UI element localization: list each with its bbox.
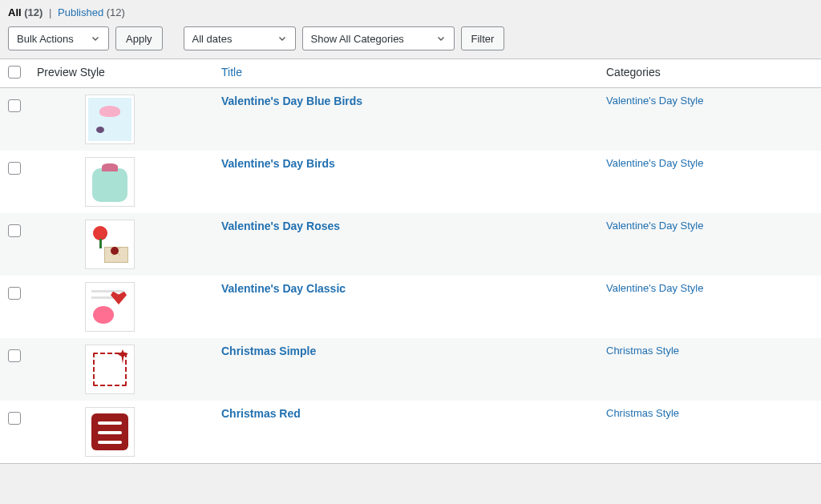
chevron-down-icon (435, 32, 447, 45)
row-category-link[interactable]: Valentine's Day Style (606, 157, 703, 169)
row-checkbox[interactable] (8, 287, 21, 300)
table-row: Valentine's Day Blue BirdsValentine's Da… (0, 88, 821, 151)
apply-button[interactable]: Apply (115, 26, 163, 50)
chevron-down-icon (276, 32, 289, 45)
table-toolbar: Bulk Actions Apply All dates Show All Ca… (0, 22, 821, 58)
row-title-link[interactable]: Valentine's Day Classic (221, 282, 346, 295)
filter-published[interactable]: Published (12) (58, 6, 125, 18)
table-row: Valentine's Day RosesValentine's Day Sty… (0, 213, 821, 276)
bulk-actions-label: Bulk Actions (17, 33, 74, 45)
bulk-actions-select[interactable]: Bulk Actions (8, 26, 109, 50)
column-header-preview: Preview Style (29, 59, 213, 88)
preview-thumbnail[interactable] (85, 282, 135, 332)
preview-thumbnail[interactable] (85, 345, 135, 394)
row-title-link[interactable]: Valentine's Day Birds (221, 157, 335, 170)
table-row: Valentine's Day BirdsValentine's Day Sty… (0, 151, 821, 213)
row-category-link[interactable]: Christmas Style (606, 345, 679, 357)
filter-button-label: Filter (471, 33, 495, 45)
row-category-link[interactable]: Christmas Style (606, 407, 679, 419)
category-filter-label: Show All Categories (311, 33, 404, 45)
column-header-categories: Categories (598, 59, 821, 88)
table-row: Christmas RedChristmas Style (0, 401, 821, 464)
filter-all-count: (12) (24, 6, 42, 18)
row-checkbox[interactable] (8, 412, 21, 425)
apply-button-label: Apply (126, 33, 152, 45)
filter-all[interactable]: All (12) (8, 6, 46, 18)
select-all-checkbox[interactable] (8, 66, 21, 79)
date-filter-select[interactable]: All dates (184, 26, 296, 50)
table-row: Christmas SimpleChristmas Style (0, 338, 821, 401)
row-checkbox[interactable] (8, 349, 21, 362)
preview-thumbnail[interactable] (85, 220, 135, 269)
chevron-down-icon (89, 32, 102, 45)
preview-thumbnail[interactable] (85, 95, 135, 144)
filter-published-label: Published (58, 6, 103, 18)
row-category-link[interactable]: Valentine's Day Style (606, 95, 703, 107)
column-header-categories-label: Categories (606, 66, 661, 79)
filter-published-count: (12) (107, 6, 125, 18)
row-title-link[interactable]: Valentine's Day Roses (221, 220, 340, 232)
status-filter-bar: All (12) | Published (12) (0, 0, 821, 22)
row-title-link[interactable]: Valentine's Day Blue Birds (221, 95, 362, 107)
row-checkbox[interactable] (8, 224, 21, 237)
row-category-link[interactable]: Valentine's Day Style (606, 282, 703, 294)
category-filter-select[interactable]: Show All Categories (302, 26, 455, 50)
row-category-link[interactable]: Valentine's Day Style (606, 220, 703, 232)
preview-thumbnail[interactable] (85, 157, 135, 207)
table-row: Valentine's Day ClassicValentine's Day S… (0, 276, 821, 338)
column-header-title-label: Title (221, 66, 242, 79)
filter-button[interactable]: Filter (461, 26, 505, 50)
row-title-link[interactable]: Christmas Simple (221, 345, 316, 357)
styles-table: Preview Style Title Categories Valentine… (0, 58, 821, 464)
preview-thumbnail[interactable] (85, 407, 135, 457)
date-filter-label: All dates (192, 33, 233, 45)
row-checkbox[interactable] (8, 99, 21, 112)
column-header-title[interactable]: Title (213, 59, 598, 88)
row-checkbox[interactable] (8, 162, 21, 175)
filter-separator: | (46, 6, 55, 18)
column-header-preview-label: Preview Style (37, 66, 105, 79)
row-title-link[interactable]: Christmas Red (221, 407, 301, 420)
filter-all-label: All (8, 6, 22, 18)
